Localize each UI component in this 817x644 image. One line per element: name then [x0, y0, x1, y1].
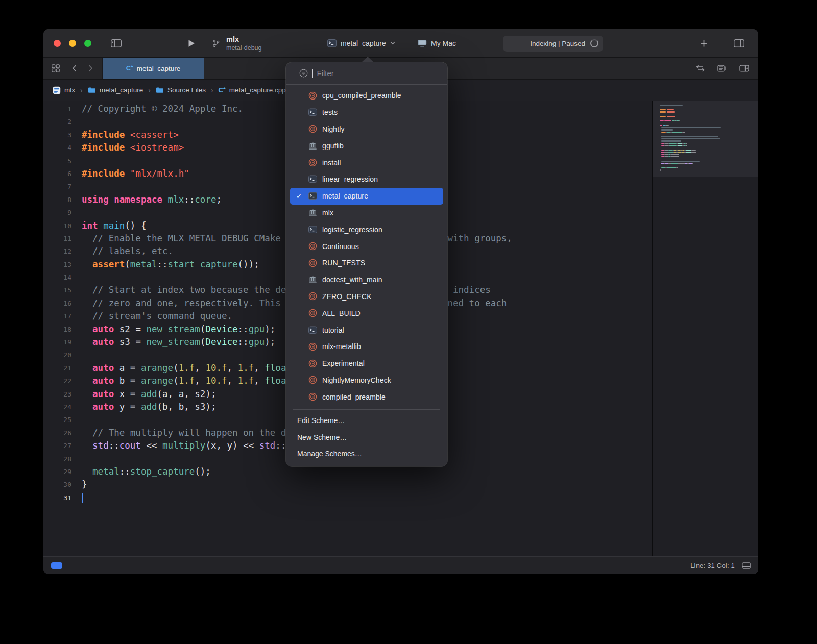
line-number: 15 [43, 284, 71, 296]
code-text[interactable]: // labels, etc. [82, 245, 173, 258]
code-text[interactable] [82, 491, 83, 504]
line-number: 12 [43, 245, 71, 258]
cpp-file-icon: C+ [126, 65, 133, 71]
code-text[interactable]: auto x = add(a, a, s2); [82, 388, 216, 401]
code-text[interactable]: } [82, 478, 87, 491]
minimize-window-button[interactable] [69, 40, 76, 47]
tab-metal-capture[interactable]: C+ metal_capture [102, 58, 204, 79]
text-cursor [82, 493, 83, 503]
code-text[interactable]: int main() { [82, 219, 146, 232]
cursor-position: Line: 31 Col: 1 [690, 562, 735, 569]
minimap-line [660, 105, 754, 106]
mac-icon [418, 39, 427, 47]
zoom-window-button[interactable] [84, 40, 91, 47]
minimap-line [660, 120, 754, 121]
scheme-option-linear_regression[interactable]: linear_regression [290, 171, 443, 188]
scheme-label: metal_capture [322, 192, 368, 200]
code-text[interactable]: #include <iostream> [82, 141, 184, 154]
breadcrumb-file[interactable]: C+ metal_capture.cpp [219, 86, 286, 94]
adjust-editor-options-button[interactable] [717, 65, 727, 72]
scheme-option-Nightly[interactable]: Nightly [290, 121, 443, 138]
line-number: 21 [43, 362, 71, 375]
target-icon [308, 125, 317, 133]
minimap-line [660, 125, 754, 126]
scheme-option-Continuous[interactable]: Continuous [290, 238, 443, 255]
related-items-button[interactable] [52, 58, 60, 79]
code-line[interactable]: 31 [43, 491, 652, 504]
code-review-button[interactable] [695, 65, 705, 72]
breadcrumb-separator: › [148, 86, 151, 94]
breadcrumb-project[interactable]: mlx [53, 86, 75, 94]
breadcrumb-group[interactable]: Source Files [156, 86, 206, 94]
scheme-label: linear_regression [322, 175, 378, 183]
scheme-option-RUN_TESTS[interactable]: RUN_TESTS [290, 255, 443, 271]
status-bar: Line: 31 Col: 1 [43, 556, 758, 574]
scheme-option-cpu_compiled_preamble[interactable]: cpu_compiled_preamble [290, 87, 443, 104]
scheme-option-ZERO_CHECK[interactable]: ZERO_CHECK [290, 288, 443, 305]
library-button[interactable] [700, 39, 708, 47]
code-text[interactable]: #include "mlx/mlx.h" [82, 167, 189, 180]
chevron-left-icon [72, 65, 77, 72]
run-button[interactable] [188, 39, 195, 47]
scheme-option-mlx-metallib[interactable]: mlx-metallib [290, 338, 443, 355]
close-window-button[interactable] [54, 40, 61, 47]
status-indicator-pill [51, 562, 62, 569]
code-text[interactable]: auto s3 = new_stream(Device::gpu); [82, 336, 275, 349]
scheme-option-doctest_with_main[interactable]: doctest_with_main [290, 271, 443, 288]
scheme-action-manage[interactable]: Manage Schemes… [286, 445, 447, 462]
terminal-icon [308, 326, 317, 334]
terminal-icon [308, 175, 317, 183]
scheme-action-new[interactable]: New Scheme… [286, 429, 447, 446]
code-text[interactable]: auto y = add(b, b, s3); [82, 401, 216, 413]
scheme-option-tests[interactable]: tests [290, 104, 443, 121]
minimap-line [660, 122, 754, 123]
code-text[interactable]: std::cout << multiply(x, y) << std::endl… [82, 439, 313, 452]
scheme-option-metal_capture[interactable]: ✓metal_capture [290, 188, 443, 205]
code-text[interactable]: // stream's command queue. [82, 310, 232, 323]
add-editor-button[interactable] [739, 65, 749, 72]
code-text[interactable]: // Copyright © 2024 Apple Inc. [82, 103, 243, 115]
code-text[interactable]: #include <cassert> [82, 129, 179, 141]
scheme-option-mlx[interactable]: mlx [290, 205, 443, 221]
line-number: 1 [43, 103, 71, 115]
code-text[interactable]: metal::stop_capture(); [82, 465, 211, 478]
minimap-line [660, 165, 754, 166]
scheme-label: NightlyMemoryCheck [322, 376, 391, 384]
editor-layout-button[interactable] [734, 39, 744, 47]
progress-spinner-icon [590, 39, 598, 47]
code-text[interactable]: using namespace mlx::core; [82, 193, 222, 206]
scheme-option-install[interactable]: install [290, 154, 443, 171]
code-line[interactable]: 29 metal::stop_capture(); [43, 465, 652, 478]
go-back-button[interactable] [72, 58, 77, 79]
code-text[interactable]: auto s2 = new_stream(Device::gpu); [82, 323, 275, 336]
tab-bar-actions [695, 58, 758, 79]
toggle-navigator-button[interactable] [111, 39, 122, 47]
go-forward-button[interactable] [88, 58, 93, 79]
filter-icon [299, 69, 308, 78]
scheme-option-NightlyMemoryCheck[interactable]: NightlyMemoryCheck [290, 372, 443, 389]
chevron-right-icon [88, 65, 93, 72]
line-number: 13 [43, 258, 71, 271]
scheme-label: Nightly [322, 125, 345, 133]
breadcrumb-group[interactable]: metal_capture [88, 86, 143, 94]
scheme-label: tests [322, 108, 338, 116]
scheme-filter-field[interactable]: Filter [286, 62, 447, 85]
scheme-action-edit[interactable]: Edit Scheme… [286, 412, 447, 429]
run-destination-selector[interactable]: My Mac [418, 39, 456, 47]
minimap-pane[interactable] [652, 101, 758, 556]
filter-placeholder: Filter [317, 69, 334, 78]
add-editor-icon [739, 65, 749, 72]
scheme-option-tutorial[interactable]: tutorial [290, 321, 443, 338]
scheme-selector[interactable]: metal_capture [327, 39, 395, 47]
scheme-option-Experimental[interactable]: Experimental [290, 355, 443, 372]
scheme-option-compiled_preamble[interactable]: compiled_preamble [290, 388, 443, 405]
scheme-option-logistic_regression[interactable]: logistic_regression [290, 221, 443, 238]
target-icon [308, 91, 317, 100]
editor-options-icon [717, 65, 727, 72]
code-line[interactable]: 30} [43, 478, 652, 491]
editor-only-layout-icon[interactable] [742, 562, 751, 569]
scheme-option-ALL_BUILD[interactable]: ALL_BUILD [290, 305, 443, 321]
breadcrumb-label: Source Files [167, 86, 206, 94]
scheme-option-gguflib[interactable]: gguflib [290, 137, 443, 154]
code-text[interactable]: assert(metal::start_capture()); [82, 258, 259, 271]
